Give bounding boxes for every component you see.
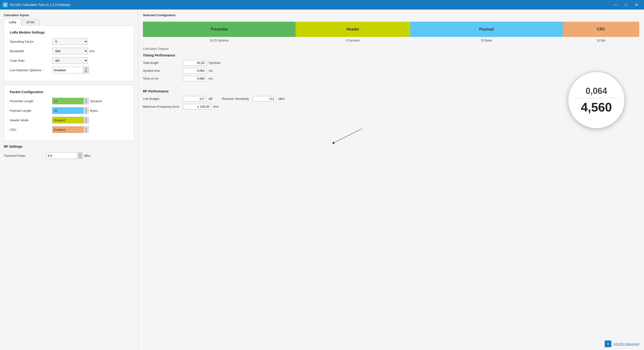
payload-length-row: Payload Length ▲ ▼ Bytes <box>10 107 128 114</box>
close-button[interactable]: ✕ <box>632 0 641 10</box>
transmit-power-down[interactable]: ▼ <box>78 156 82 159</box>
magnifier-divider <box>574 98 619 98</box>
transmit-power-label: Transmit Power <box>4 154 44 158</box>
timing-performance-title: Timing Performance <box>143 53 639 57</box>
crc-label: CRC <box>10 128 50 132</box>
magnifier-small-value: 0,064 <box>586 86 607 96</box>
calculator-outputs: Calculator Outputs Timing Performance To… <box>143 47 639 109</box>
payload-unit: Bytes <box>90 109 98 113</box>
maximize-button[interactable]: □ <box>621 0 631 10</box>
symbol-time-label: Symbol time <box>143 69 181 73</box>
tab-lora[interactable]: LoRa <box>4 19 21 26</box>
outputs-title: Calculator Outputs <box>143 47 639 51</box>
lora-modem-title: LoRa Modem Settings <box>10 31 128 34</box>
crc-control: ▲ ▼ <box>52 126 88 133</box>
transmit-power-spinner-btns: ▲ ▼ <box>78 153 82 159</box>
header-mode-input[interactable] <box>52 117 83 123</box>
packet-config-card: Packet Configuration Preamble Length ▲ ▼… <box>4 85 134 141</box>
payload-length-input[interactable] <box>52 108 83 114</box>
crc-sublabel: 16 Bits <box>563 39 639 42</box>
low-datarate-input[interactable] <box>52 67 83 73</box>
header-mode-row: Header Mode ▲ ▼ <box>10 117 128 123</box>
right-panel: Selected Configuation Preamble Header Pa… <box>138 10 644 350</box>
selected-config-title: Selected Configuation <box>143 13 639 17</box>
code-rate-label: Code Rate <box>10 59 50 63</box>
transmit-power-input[interactable] <box>46 153 78 159</box>
payload-spinner-btns: ▲ ▼ <box>83 108 88 114</box>
max-freq-error-value: ± 125,00 <box>183 104 212 109</box>
svg-point-1 <box>332 142 334 144</box>
payload-sublabel: 20 Bytes <box>410 39 563 42</box>
time-on-air-value: 4,560 <box>183 76 207 81</box>
tab-gfsk[interactable]: GFSK <box>21 19 40 26</box>
transmit-power-up[interactable]: ▲ <box>78 153 82 156</box>
total-length-row: Total length 63,25 Symbols <box>143 60 639 66</box>
time-on-air-row: Time on Air 4,560 ms <box>143 76 639 81</box>
receiver-sensitivity-label: Receiver Sensitivity <box>222 97 249 101</box>
preamble-length-label: Preamble Length <box>10 99 50 103</box>
window-controls: — □ ✕ <box>611 0 641 10</box>
datasheet-link[interactable]: SX1261 Datasheet <box>613 342 639 346</box>
main-container: Calculator Inputs LoRa GFSK LoRa Modem S… <box>0 10 644 350</box>
max-freq-error-label: Maximum Frequency Error <box>143 105 181 108</box>
preamble-length-control: ▲ ▼ Symbols <box>52 98 102 104</box>
low-datarate-row: Low Datarate Optimize ▲ ▼ <box>10 67 128 73</box>
preamble-segment: Preamble <box>143 22 296 37</box>
preamble-down[interactable]: ▼ <box>84 101 88 104</box>
crc-up[interactable]: ▲ <box>84 127 88 130</box>
payload-length-label: Payload Length <box>10 109 50 113</box>
low-datarate-up[interactable]: ▲ <box>84 67 88 70</box>
header-segment: Header <box>296 22 410 37</box>
window-title: SX1261 Calculator Tool v1.1.2.0 Release <box>10 3 70 7</box>
total-length-unit: Symbols <box>209 61 220 65</box>
symbol-time-value: 0,064 <box>183 68 207 73</box>
total-length-value: 63,25 <box>183 60 207 66</box>
left-panel-title: Calculator Inputs <box>4 13 134 17</box>
header-mode-down[interactable]: ▼ <box>84 120 88 123</box>
low-datarate-label: Low Datarate Optimize <box>10 68 50 72</box>
rf-performance-title: RF Performance <box>143 89 639 93</box>
title-bar-left: S SX1261 Calculator Tool v1.1.2.0 Releas… <box>3 3 70 7</box>
receiver-sensitivity-value: -111 <box>253 96 276 102</box>
transmit-power-spinner: ▲ ▼ <box>46 152 83 159</box>
link-budget-value: 117 <box>183 96 207 102</box>
header-mode-control: ▲ ▼ <box>52 117 88 123</box>
receiver-sensitivity-unit: dBm <box>278 97 285 101</box>
bandwidth-row: Bandwidth 7.810.415.620.8 31.2541.762.51… <box>10 48 128 54</box>
payload-down[interactable]: ▼ <box>84 111 88 114</box>
crc-row: CRC ▲ ▼ <box>10 126 128 133</box>
low-datarate-down[interactable]: ▼ <box>84 70 88 73</box>
payload-segment: Payload <box>410 22 563 37</box>
packet-config-title: Packet Configuration <box>10 90 128 94</box>
magnifier-overlay: 0,064 4,560 <box>568 72 625 129</box>
code-rate-select[interactable]: 4/54/64/74/8 <box>52 57 88 64</box>
symbol-time-unit: ms <box>209 69 213 73</box>
spreading-factor-select[interactable]: 5678 9101112 <box>52 38 88 45</box>
app-icon: S <box>3 3 8 7</box>
symbol-time-row: Symbol time 0,064 ms <box>143 68 639 73</box>
bandwidth-select[interactable]: 7.810.415.620.8 31.2541.762.5125 250500 <box>52 48 88 54</box>
minimize-button[interactable]: — <box>611 0 620 10</box>
low-datarate-spinner: ▲ ▼ <box>52 67 88 73</box>
preamble-spinner: ▲ ▼ <box>52 98 88 104</box>
header-mode-spinner: ▲ ▼ <box>52 117 88 123</box>
total-length-label: Total length <box>143 61 181 65</box>
crc-input[interactable] <box>52 127 83 133</box>
bandwidth-control: 7.810.415.620.8 31.2541.762.5125 250500 … <box>52 48 96 54</box>
header-mode-up[interactable]: ▲ <box>84 117 88 120</box>
preamble-up[interactable]: ▲ <box>84 98 88 101</box>
svg-line-0 <box>334 129 362 143</box>
packet-visualization: Preamble Header Payload CRC <box>143 22 639 37</box>
crc-segment: CRC <box>563 22 639 37</box>
transmit-power-control: ▲ ▼ dBm <box>46 152 91 159</box>
header-mode-spinner-btns: ▲ ▼ <box>83 117 88 123</box>
time-on-air-unit: ms <box>209 77 213 80</box>
bandwidth-unit: kHz <box>89 49 96 53</box>
footer-logo: S <box>605 340 611 347</box>
crc-down[interactable]: ▼ <box>84 130 88 133</box>
preamble-length-input[interactable] <box>52 98 83 104</box>
payload-up[interactable]: ▲ <box>84 108 88 111</box>
payload-length-control: ▲ ▼ Bytes <box>52 107 98 114</box>
title-bar: S SX1261 Calculator Tool v1.1.2.0 Releas… <box>0 0 644 10</box>
max-freq-error-row: Maximum Frequency Error ± 125,00 kHz <box>143 104 639 109</box>
